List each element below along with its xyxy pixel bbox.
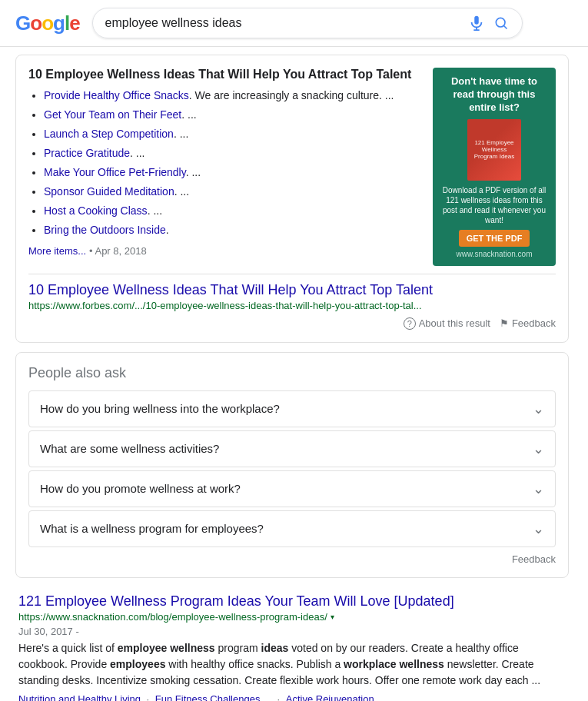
about-result-label: About this result bbox=[419, 317, 490, 329]
search-input[interactable] bbox=[105, 16, 468, 30]
paa-item-3[interactable]: How do you promote wellness at work? ⌄ bbox=[28, 470, 556, 507]
svg-point-3 bbox=[496, 18, 505, 27]
paa-feedback[interactable]: Feedback bbox=[28, 553, 556, 565]
result-1-url: https://www.forbes.com/.../10-employee-w… bbox=[28, 300, 556, 311]
main-content: 10 Employee Wellness Ideas That Will Hel… bbox=[0, 47, 584, 701]
chevron-down-icon-2: ⌄ bbox=[533, 440, 544, 457]
result-2-description: Here's a quick list of employee wellness… bbox=[18, 640, 566, 689]
about-result-item[interactable]: ? About this result bbox=[404, 317, 490, 330]
paa-item-2[interactable]: What are some wellness activities? ⌄ bbox=[28, 430, 556, 467]
result-2: 121 Employee Wellness Program Ideas Your… bbox=[15, 587, 569, 701]
result-2-date: Jul 30, 2017 - bbox=[18, 626, 566, 637]
flag-icon: ⚑ bbox=[500, 317, 509, 329]
list-item: Make Your Office Pet-Friendly. ... bbox=[44, 164, 420, 181]
list-item: Practice Gratitude. ... bbox=[44, 145, 420, 161]
result-1-date: Apr 8, 2018 bbox=[95, 245, 146, 257]
ad-headline: Don't have time to read through this ent… bbox=[440, 75, 548, 115]
list-item: Bring the Outdoors Inside. bbox=[44, 222, 420, 238]
more-items-row: More items... • Apr 8, 2018 bbox=[28, 244, 420, 257]
list-item-link-2[interactable]: Get Your Team on Their Feet bbox=[44, 108, 181, 121]
svg-rect-0 bbox=[474, 16, 479, 25]
paa-title: People also ask bbox=[28, 365, 556, 381]
search-bar[interactable] bbox=[92, 8, 523, 38]
ad-get-pdf-button[interactable]: GET THE PDF bbox=[459, 230, 530, 247]
paa-question-3: How do you promote wellness at work? bbox=[40, 482, 241, 495]
paa-item-4[interactable]: What is a wellness program for employees… bbox=[28, 510, 556, 547]
result-text-area: 10 Employee Wellness Ideas That Will Hel… bbox=[28, 68, 420, 266]
list-item: Sponsor Guided Meditation. ... bbox=[44, 184, 420, 200]
chevron-down-icon-1: ⌄ bbox=[533, 400, 544, 417]
result-card-inner: 10 Employee Wellness Ideas That Will Hel… bbox=[28, 68, 556, 266]
dropdown-arrow-icon[interactable]: ▾ bbox=[331, 613, 334, 621]
paa-question-1: How do you bring wellness into the workp… bbox=[40, 402, 280, 415]
list-item: Provide Healthy Office Snacks. We are in… bbox=[44, 88, 420, 104]
breadcrumb-active[interactable]: Active Rejuvenation bbox=[286, 693, 374, 701]
paa-item-1[interactable]: How do you bring wellness into the workp… bbox=[28, 390, 556, 427]
chevron-down-icon-3: ⌄ bbox=[533, 480, 544, 497]
list-item-link-4[interactable]: Practice Gratitude bbox=[44, 147, 130, 159]
microphone-icon[interactable] bbox=[468, 15, 485, 32]
result-card-1: 10 Employee Wellness Ideas That Will Hel… bbox=[15, 55, 569, 343]
people-also-ask-section: People also ask How do you bring wellnes… bbox=[15, 352, 569, 578]
list-item: Get Your Team on Their Feet. ... bbox=[44, 107, 420, 123]
search-icons bbox=[468, 15, 510, 32]
search-icon[interactable] bbox=[493, 15, 510, 32]
result-1-link-title[interactable]: 10 Employee Wellness Ideas That Will Hel… bbox=[28, 282, 433, 297]
list-item: Host a Cooking Class. ... bbox=[44, 203, 420, 219]
list-item-link-6[interactable]: Sponsor Guided Meditation bbox=[44, 185, 174, 198]
paa-question-2: What are some wellness activities? bbox=[40, 442, 219, 455]
list-item-link-5[interactable]: Make Your Office Pet-Friendly bbox=[44, 166, 186, 178]
breadcrumb-fitness[interactable]: Fun Fitness Challenges ... bbox=[155, 693, 271, 701]
result-2-url: https://www.snacknation.com/blog/employe… bbox=[18, 611, 327, 623]
ad-url: www.snacknation.com bbox=[440, 250, 548, 258]
feedback-item[interactable]: ⚑ Feedback bbox=[500, 317, 556, 329]
more-items-link[interactable]: More items... bbox=[28, 245, 86, 257]
result-2-title[interactable]: 121 Employee Wellness Program Ideas Your… bbox=[18, 593, 566, 610]
list-item-link-8[interactable]: Bring the Outdoors Inside bbox=[44, 224, 166, 236]
ad-book-cover: 121 Employee Wellness Program Ideas bbox=[467, 119, 521, 181]
list-item: Launch a Step Competition. ... bbox=[44, 126, 420, 142]
result-1-footer: ? About this result ⚑ Feedback bbox=[28, 317, 556, 330]
result-1-main-title: 10 Employee Wellness Ideas That Will Hel… bbox=[28, 68, 420, 81]
ad-sub-text: Download a PDF version of all 121 wellne… bbox=[440, 185, 548, 225]
breadcrumb-nutrition[interactable]: Nutrition and Healthy Living bbox=[18, 693, 141, 701]
list-item-link-3[interactable]: Launch a Step Competition bbox=[44, 128, 174, 140]
result-1-link-section: 10 Employee Wellness Ideas That Will Hel… bbox=[28, 274, 556, 311]
promo-ad[interactable]: Don't have time to read through this ent… bbox=[433, 68, 556, 266]
question-icon: ? bbox=[404, 317, 416, 330]
list-item-link-7[interactable]: Host a Cooking Class bbox=[44, 204, 148, 217]
chevron-down-icon-4: ⌄ bbox=[533, 520, 544, 537]
feedback-label: Feedback bbox=[512, 317, 556, 329]
google-logo: Google bbox=[15, 12, 80, 35]
paa-question-4: What is a wellness program for employees… bbox=[40, 522, 264, 535]
list-item-link-1[interactable]: Provide Healthy Office Snacks bbox=[44, 89, 189, 101]
header: Google bbox=[0, 0, 588, 47]
result-2-url-row: https://www.snacknation.com/blog/employe… bbox=[18, 611, 566, 623]
svg-line-4 bbox=[503, 26, 507, 29]
result-1-list: Provide Healthy Office Snacks. We are in… bbox=[28, 88, 420, 238]
result-2-breadcrumbs: Nutrition and Healthy Living · Fun Fitne… bbox=[18, 693, 566, 701]
